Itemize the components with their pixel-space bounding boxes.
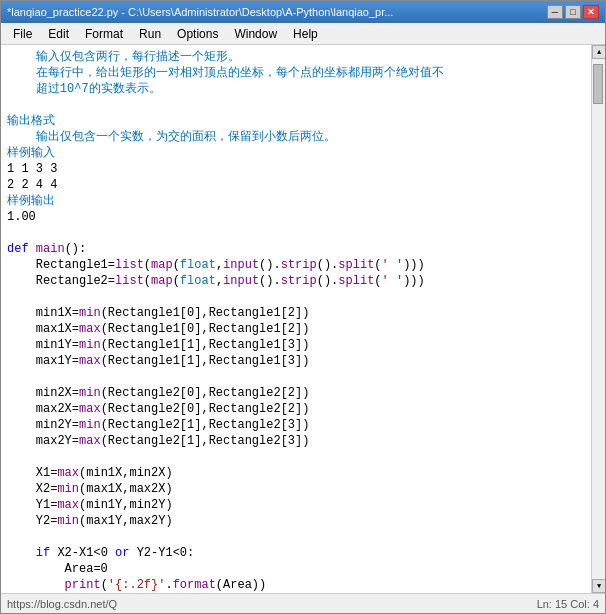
scroll-thumb[interactable] (593, 64, 603, 104)
main-window: *lanqiao_practice22.py - C:\Users\Admini… (0, 0, 606, 614)
menu-options[interactable]: Options (169, 25, 226, 43)
menu-run[interactable]: Run (131, 25, 169, 43)
editor-area: 输入仅包含两行，每行描述一个矩形。 在每行中，给出矩形的一对相对顶点的坐标，每个… (1, 45, 605, 593)
scroll-up-button[interactable]: ▲ (592, 45, 605, 59)
minimize-button[interactable]: ─ (547, 5, 563, 19)
status-left: https://blog.csdn.net/Q (7, 598, 117, 610)
menu-bar: File Edit Format Run Options Window Help (1, 23, 605, 45)
menu-file[interactable]: File (5, 25, 40, 43)
title-bar-buttons: ─ □ ✕ (547, 5, 599, 19)
menu-help[interactable]: Help (285, 25, 326, 43)
scroll-track[interactable] (592, 59, 605, 579)
window-title: *lanqiao_practice22.py - C:\Users\Admini… (7, 6, 547, 18)
scroll-down-button[interactable]: ▼ (592, 579, 605, 593)
title-bar: *lanqiao_practice22.py - C:\Users\Admini… (1, 1, 605, 23)
menu-format[interactable]: Format (77, 25, 131, 43)
maximize-button[interactable]: □ (565, 5, 581, 19)
cursor-position: Ln: 15 Col: 4 (537, 598, 599, 610)
close-button[interactable]: ✕ (583, 5, 599, 19)
code-editor[interactable]: 输入仅包含两行，每行描述一个矩形。 在每行中，给出矩形的一对相对顶点的坐标，每个… (1, 45, 591, 593)
menu-window[interactable]: Window (226, 25, 285, 43)
menu-edit[interactable]: Edit (40, 25, 77, 43)
status-bar: https://blog.csdn.net/Q Ln: 15 Col: 4 (1, 593, 605, 613)
vertical-scrollbar[interactable]: ▲ ▼ (591, 45, 605, 593)
